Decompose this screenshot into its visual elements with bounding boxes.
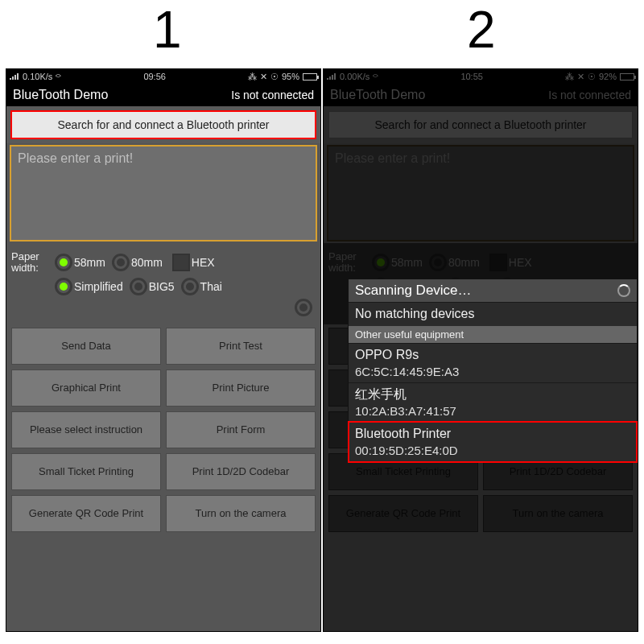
- radio-thai[interactable]: [181, 278, 199, 295]
- print-picture-button[interactable]: Print Picture: [166, 369, 316, 407]
- device-item-printer[interactable]: Bluetooth Printer 00:19:5D:25:E4:0D: [349, 422, 637, 461]
- mute-icon: ✕: [577, 72, 584, 82]
- qr-button[interactable]: Generate QR Code Print: [328, 495, 478, 532]
- radio-extra[interactable]: [295, 299, 312, 316]
- mute-icon: ✕: [260, 72, 267, 82]
- app-titlebar: BlueTooth Demo Is not connected: [324, 84, 638, 106]
- step-label-1: 1: [153, 0, 182, 60]
- print-form-button[interactable]: Print Form: [166, 411, 316, 448]
- data-rate: 0.10K/s: [23, 72, 52, 81]
- device-name: Bluetooth Printer: [355, 426, 630, 443]
- options-panel: Paper width: 58mm 80mm HEX Simplified BI…: [6, 243, 320, 324]
- app-title: BlueTooth Demo: [13, 88, 108, 102]
- select-instruction-button[interactable]: Please select instruction: [11, 411, 161, 448]
- radio-58mm-label: 58mm: [74, 256, 105, 269]
- device-name: 红米手机: [355, 386, 630, 403]
- camera-button[interactable]: Turn on the camera: [483, 495, 633, 532]
- battery-icon: [303, 73, 317, 80]
- clock: 09:56: [61, 72, 248, 81]
- battery-pct: 92%: [599, 72, 617, 81]
- battery-pct: 95%: [282, 72, 299, 81]
- print-text-input[interactable]: Please enter a print!: [327, 145, 634, 242]
- send-data-button[interactable]: Send Data: [11, 328, 161, 365]
- connection-status: Is not connected: [231, 89, 314, 101]
- radio-58mm[interactable]: [372, 254, 390, 271]
- search-connect-button[interactable]: Search for and connect a Bluetooth print…: [11, 111, 316, 138]
- signal-icon: [10, 73, 19, 80]
- data-rate: 0.00K/s: [340, 72, 369, 81]
- spinner-icon: [617, 284, 630, 297]
- wifi-icon: ⌔: [373, 72, 378, 81]
- print-test-button[interactable]: Print Test: [166, 328, 316, 365]
- search-connect-button[interactable]: Search for and connect a Bluetooth print…: [328, 111, 633, 138]
- radio-80mm[interactable]: [429, 254, 447, 271]
- battery-icon: [620, 73, 634, 80]
- connection-status: Is not connected: [548, 89, 631, 101]
- radio-simplified[interactable]: [55, 278, 72, 295]
- signal-icon: [327, 73, 336, 80]
- radio-58mm[interactable]: [55, 254, 72, 271]
- status-bar: 0.00K/s ⌔ 10:55 ⁂ ✕ ☉ 92%: [324, 69, 638, 84]
- screenshot-1: 0.10K/s ⌔ 09:56 ⁂ ✕ ☉ 95% BlueTooth Demo…: [6, 68, 321, 632]
- device-mac: 00:19:5D:25:E4:0D: [355, 443, 630, 459]
- device-item[interactable]: 红米手机 10:2A:B3:A7:41:57: [349, 382, 637, 422]
- hex-checkbox[interactable]: [489, 254, 507, 271]
- radio-80mm-label: 80mm: [131, 256, 163, 269]
- app-title: BlueTooth Demo: [330, 88, 425, 102]
- scan-popup-title: Scanning Device…: [349, 279, 637, 302]
- alarm-icon: ☉: [588, 72, 596, 82]
- paper-width-label: Paper width:: [11, 251, 53, 275]
- radio-thai-label: Thai: [200, 280, 222, 293]
- qr-button[interactable]: Generate QR Code Print: [11, 495, 161, 532]
- graphical-print-button[interactable]: Graphical Print: [11, 369, 161, 407]
- device-mac: 10:2A:B3:A7:41:57: [355, 403, 630, 419]
- scan-popup: Scanning Device… No matching devices Oth…: [348, 279, 638, 463]
- status-bar: 0.10K/s ⌔ 09:56 ⁂ ✕ ☉ 95%: [6, 69, 320, 84]
- other-equipment-header: Other useful equipment: [349, 326, 637, 343]
- alarm-icon: ☉: [270, 72, 279, 82]
- codebar-button[interactable]: Print 1D/2D Codebar: [166, 453, 316, 490]
- bluetooth-icon: ⁂: [248, 72, 257, 82]
- step-label-2: 2: [467, 0, 496, 60]
- clock: 10:55: [378, 72, 565, 81]
- small-ticket-button[interactable]: Small Ticket Printing: [11, 453, 161, 490]
- wifi-icon: ⌔: [56, 72, 61, 81]
- app-titlebar: BlueTooth Demo Is not connected: [6, 84, 320, 106]
- radio-simplified-label: Simplified: [74, 280, 123, 293]
- radio-big5-label: BIG5: [149, 280, 175, 293]
- bluetooth-icon: ⁂: [565, 72, 574, 82]
- device-item[interactable]: OPPO R9s 6C:5C:14:45:9E:A3: [349, 343, 637, 382]
- camera-button[interactable]: Turn on the camera: [166, 495, 316, 532]
- hex-label: HEX: [192, 256, 215, 269]
- action-grid: Send Data Print Test Graphical Print Pri…: [6, 324, 320, 535]
- radio-80mm[interactable]: [112, 254, 130, 271]
- screenshot-2: 0.00K/s ⌔ 10:55 ⁂ ✕ ☉ 92% BlueTooth Demo…: [323, 68, 638, 632]
- paper-width-label: Paper width:: [328, 251, 370, 275]
- radio-big5[interactable]: [130, 278, 147, 295]
- device-name: OPPO R9s: [355, 347, 630, 364]
- no-matching-devices: No matching devices: [349, 302, 637, 326]
- hex-checkbox[interactable]: [172, 254, 190, 271]
- print-text-input[interactable]: Please enter a print!: [10, 145, 317, 242]
- device-mac: 6C:5C:14:45:9E:A3: [355, 364, 630, 380]
